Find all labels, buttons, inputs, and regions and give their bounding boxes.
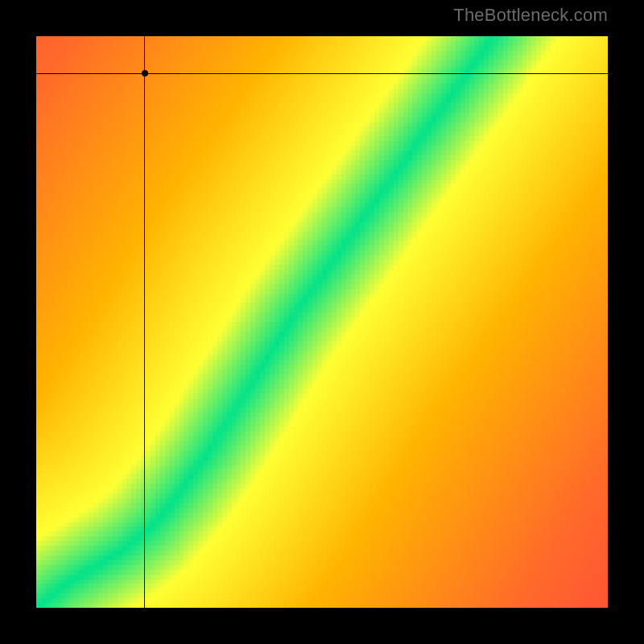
heatmap-canvas	[36, 36, 608, 608]
crosshair-horizontal	[36, 73, 608, 74]
marker-point	[142, 70, 148, 76]
crosshair-vertical	[144, 36, 145, 608]
watermark-text: TheBottleneck.com	[453, 5, 608, 26]
